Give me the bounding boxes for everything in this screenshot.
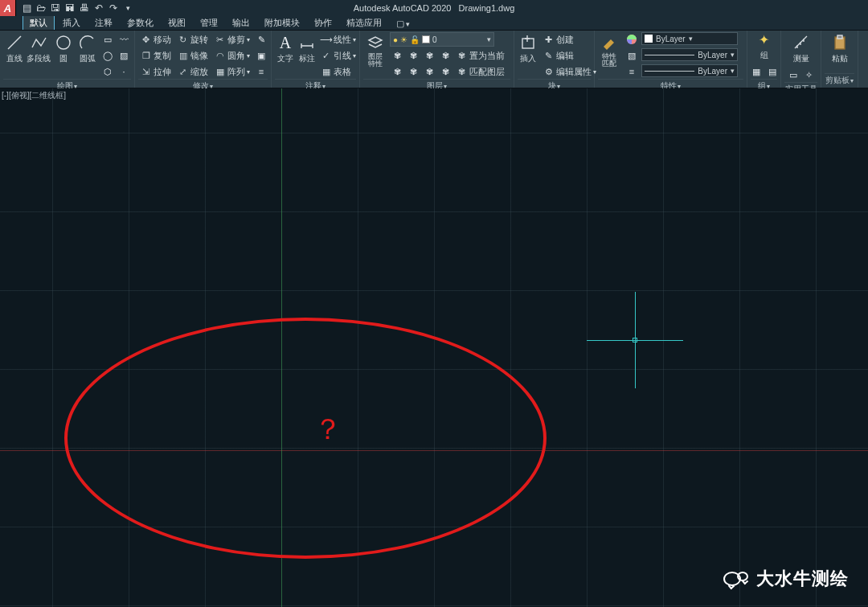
block-edit[interactable]: ✎编辑	[541, 48, 598, 63]
tool-match-props[interactable]: 特性匹配	[598, 32, 620, 68]
linetype-dropdown[interactable]: ByLayer▾	[641, 64, 738, 77]
layer-tool-2[interactable]: ✾	[406, 48, 420, 63]
qat-caret-icon[interactable]: ▾	[122, 2, 133, 14]
ellipse-icon[interactable]: ◯	[100, 48, 115, 63]
panel-block: 插入 ✚创建 ✎编辑 ⚙编辑属性▾ 块▾	[514, 31, 595, 88]
tool-rotate[interactable]: ↻旋转	[175, 32, 210, 47]
save-icon[interactable]: 🖫	[50, 2, 61, 14]
layer-tool-6[interactable]: ✾	[406, 64, 420, 79]
tool-dim[interactable]: 标注	[298, 32, 316, 65]
util-sub1[interactable]: ▭	[786, 68, 800, 82]
svg-line-0	[8, 36, 21, 49]
tool-mirror[interactable]: ▥镜像	[175, 48, 210, 63]
tool-text[interactable]: A 文字	[275, 32, 296, 65]
caret-icon: ▾	[487, 35, 491, 43]
tab-output[interactable]: 输出	[226, 15, 256, 30]
spline-icon[interactable]: 〰	[117, 32, 131, 47]
layer-tool-1[interactable]: ✾	[390, 48, 404, 63]
point-icon[interactable]: ·	[117, 64, 131, 79]
tool-arc[interactable]: 圆弧	[76, 32, 98, 65]
layer-tool-5[interactable]: ✾	[390, 64, 404, 79]
tool-leader[interactable]: ✓引线▾	[318, 48, 358, 63]
open-icon[interactable]: 🗁	[35, 2, 47, 14]
tab-param[interactable]: 参数化	[121, 15, 160, 30]
block-create[interactable]: ✚创建	[541, 32, 598, 47]
fillet-icon: ◠	[214, 50, 226, 62]
copy-icon: ❐	[140, 50, 152, 62]
table-icon: ▦	[320, 66, 332, 78]
list-icon[interactable]: ≡	[624, 64, 639, 79]
tool-insert-block[interactable]: 插入	[518, 32, 538, 65]
tool-trim[interactable]: ✂修剪▾	[212, 32, 252, 47]
hatch-icon[interactable]: ▨	[117, 48, 131, 63]
tool-measure[interactable]: 测量	[790, 32, 813, 65]
polygon-icon[interactable]: ⬡	[100, 64, 115, 79]
lineweight-dropdown[interactable]: ByLayer▾	[641, 48, 738, 61]
panel-clipboard-title[interactable]: 剪贴板▾	[825, 73, 854, 88]
rect-icon[interactable]: ▭	[100, 32, 115, 47]
tool-stretch[interactable]: ⇲拉伸	[138, 64, 173, 79]
panel-util: 测量 ▭ ✧ 实用工具▾	[781, 31, 821, 88]
matchprops-label: 特性匹配	[602, 53, 616, 68]
tool-paste[interactable]: 粘贴	[829, 32, 851, 65]
tool-circle[interactable]: 圆	[52, 32, 74, 65]
layer-tool-8[interactable]: ✾	[438, 64, 452, 79]
new-icon[interactable]: ▤	[21, 2, 32, 14]
tab-more[interactable]: ▢ ▾	[390, 17, 416, 30]
tool-array[interactable]: ▦阵列▾	[212, 64, 252, 79]
mirror-icon: ▥	[177, 50, 189, 62]
viewport-label[interactable]: [-][俯视][二维线框]	[2, 90, 66, 101]
layer-dropdown[interactable]: ● ☀ 🔓 0 ▾	[390, 32, 494, 47]
layer-tool-7[interactable]: ✾	[422, 64, 436, 79]
group-icon[interactable]: ✦	[757, 32, 772, 47]
tool-copy[interactable]: ❐复制	[138, 48, 173, 63]
redo-icon[interactable]: ↷	[108, 2, 119, 14]
tool-line[interactable]: 直线	[3, 32, 25, 65]
colorwheel-icon[interactable]	[624, 32, 639, 47]
layer-tool-3[interactable]: ✾	[422, 48, 436, 63]
tool-linear[interactable]: ⟶线性▾	[318, 32, 358, 47]
tool-scale[interactable]: ⤢缩放	[175, 64, 210, 79]
tool-fillet[interactable]: ◠圆角▾	[212, 48, 252, 63]
plot-icon[interactable]: 🖶	[79, 2, 90, 14]
edit-icon: ✎	[542, 50, 555, 62]
tab-addin[interactable]: 附加模块	[258, 15, 306, 30]
undo-icon[interactable]: ↶	[93, 2, 104, 14]
current-icon: ✾	[456, 50, 468, 62]
annotation-ellipse	[64, 318, 547, 559]
tab-default[interactable]: 默认	[23, 14, 55, 30]
layer-set-current[interactable]: ✾置为当前	[454, 48, 506, 63]
tool-table[interactable]: ▦表格	[318, 64, 358, 79]
lw-preview	[645, 55, 694, 55]
app-logo[interactable]: A	[0, 0, 16, 16]
tab-view[interactable]: 视图	[162, 15, 192, 30]
color-swatch	[422, 35, 430, 43]
tab-insert[interactable]: 插入	[56, 15, 87, 30]
tool-polyline[interactable]: 多段线	[27, 32, 50, 65]
panel-annotate: A 文字 标注 ⟶线性▾ ✓引线▾ ▦表格 注释▾	[272, 31, 360, 88]
saveas-icon[interactable]: 🖬	[64, 2, 76, 14]
trim-icon: ✂	[214, 34, 226, 46]
layer-match[interactable]: ✾匹配图层	[454, 64, 506, 79]
tab-collab[interactable]: 协作	[308, 15, 338, 30]
tab-annotate[interactable]: 注释	[88, 15, 119, 30]
transparency-icon[interactable]: ▧	[624, 48, 639, 63]
offset-icon[interactable]: ≡	[254, 64, 268, 79]
tab-featured[interactable]: 精选应用	[340, 15, 388, 30]
create-icon: ✚	[542, 34, 555, 46]
group-sub1[interactable]: ▦	[749, 64, 764, 79]
insert-label: 插入	[520, 53, 536, 64]
tool-layer-props[interactable]: 图层特性	[363, 32, 387, 68]
explode-icon[interactable]: ▣	[254, 48, 268, 63]
tool-move[interactable]: ✥移动	[138, 32, 173, 47]
block-attr[interactable]: ⚙编辑属性▾	[541, 64, 598, 79]
layer-tool-4[interactable]: ✾	[438, 48, 452, 63]
util-sub2[interactable]: ✧	[802, 68, 817, 82]
group-sub2[interactable]: ▤	[765, 64, 780, 79]
panel-layers: 图层特性 ● ☀ 🔓 0 ▾ ✾ ✾ ✾ ✾ ✾置为当前	[360, 31, 514, 88]
tool-line-label: 直线	[6, 53, 23, 64]
erase-icon[interactable]: ✎	[254, 32, 268, 47]
tab-manage[interactable]: 管理	[194, 15, 224, 30]
drawing-viewport[interactable]: [-][俯视][二维线框] ？ 大水牛测绘	[0, 88, 868, 607]
color-dropdown[interactable]: ByLayer▾	[641, 32, 738, 45]
